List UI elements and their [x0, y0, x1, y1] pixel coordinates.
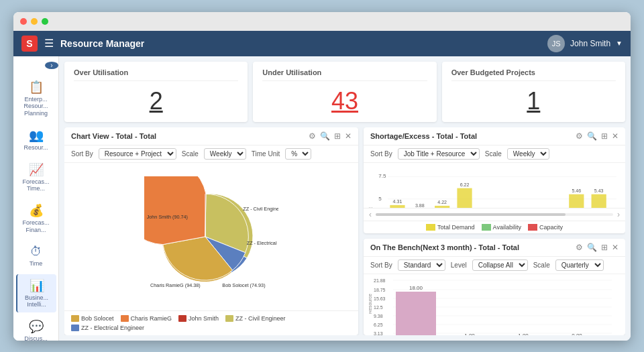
bench-filter-icon[interactable]: ⚙	[576, 243, 583, 252]
legend-color-john	[178, 315, 186, 322]
shortage-controls: Sort By Job Title + Resource Scale Weekl…	[364, 145, 625, 163]
legend-label-bob: Bob Solocet	[81, 315, 114, 322]
legend-color-civil	[225, 315, 233, 322]
svg-text:9.38: 9.38	[374, 314, 383, 318]
bench-panel: On The Bench(Next 3 month) - Total - Tot…	[364, 239, 625, 335]
shortage-bar-chart: 7.5 5 2.5 0 FTE	[369, 166, 620, 208]
svg-text:Charis RamieG (94.38): Charis RamieG (94.38)	[150, 282, 201, 288]
sidebar-item-enterprise[interactable]: 📋 Enterp... Resour... Planning	[16, 76, 56, 121]
shortage-title: Shortage/Excess - Total - Total	[370, 132, 477, 140]
svg-rect-14	[390, 204, 405, 207]
sidebar-item-resource[interactable]: 👥 Resour...	[16, 124, 56, 156]
sidebar-item-forecast-fin[interactable]: 💰 Forecas... Finan...	[16, 199, 56, 238]
sidebar-item-forecast-time[interactable]: 📈 Forecas... Time...	[16, 158, 56, 197]
bench-title: On The Bench(Next 3 month) - Total - Tot…	[370, 243, 519, 251]
sidebar-label-enterprise: Enterp... Resour... Planning	[19, 96, 54, 117]
svg-text:4.31: 4.31	[393, 198, 402, 203]
legend-item-bob: Bob Solocet	[71, 315, 114, 322]
bottom-row: Chart View - Total - Total ⚙ 🔍 ⊞ ✕ Sort …	[64, 127, 625, 335]
legend-item-electrical: ZZ - Electrical Engineer	[71, 325, 144, 331]
svg-text:1.00: 1.00	[518, 333, 529, 335]
scroll-left-icon[interactable]: ‹	[369, 210, 372, 219]
filter-icon[interactable]: ⚙	[309, 131, 316, 141]
svg-text:15.63: 15.63	[374, 296, 386, 301]
sidebar: › 📋 Enterp... Resour... Planning 👥 Resou…	[13, 56, 59, 341]
svg-rect-82	[396, 292, 436, 335]
shortage-legend: Total Demand Availability Capacity	[364, 221, 625, 233]
shortage-close-icon[interactable]: ✕	[612, 131, 619, 141]
legend-item-charis: Charis RamieG	[121, 315, 172, 322]
sidebar-item-time[interactable]: ⏱ Time	[16, 241, 56, 272]
shortage-filter-icon[interactable]: ⚙	[576, 131, 583, 141]
scale-select[interactable]: Weekly	[204, 148, 246, 160]
sidebar-label-forecast-fin: Forecas... Finan...	[19, 219, 54, 234]
search-icon[interactable]: 🔍	[320, 131, 330, 141]
browser-dot-green[interactable]	[42, 18, 48, 25]
shortage-panel: Shortage/Excess - Total - Total ⚙ 🔍 ⊞ ✕ …	[364, 127, 625, 233]
legend-color-avail	[482, 224, 491, 231]
svg-text:FTE: FTE	[369, 207, 373, 208]
stat-over-budget: Over Budgeted Projects 1	[442, 62, 625, 122]
legend-availability: Availability	[482, 224, 521, 231]
expand-icon[interactable]: ⊞	[334, 131, 341, 141]
svg-text:ZZ - Civil Engineer (86.30): ZZ - Civil Engineer (86.30)	[243, 205, 278, 211]
svg-text:6.25: 6.25	[374, 322, 383, 327]
bench-expand-icon[interactable]: ⊞	[601, 243, 608, 252]
shortage-expand-icon[interactable]: ⊞	[601, 131, 608, 141]
legend-capacity: Capacity	[528, 224, 563, 231]
svg-text:ZZ - Electrical Engineer (26.0: ZZ - Electrical Engineer (26.03)	[247, 239, 278, 245]
svg-text:5.43: 5.43	[594, 188, 604, 192]
svg-text:Bob Solocet (74.93): Bob Solocet (74.93)	[222, 282, 265, 288]
scroll-right-icon[interactable]: ›	[617, 210, 620, 219]
user-menu[interactable]: JS John Smith ▼	[547, 35, 623, 52]
right-panels: Shortage/Excess - Total - Total ⚙ 🔍 ⊞ ✕ …	[364, 127, 625, 335]
forecast-time-icon: 📈	[29, 162, 44, 177]
legend-item-john: John Smith	[178, 315, 219, 322]
sort-by-select[interactable]: Resource + Project	[99, 148, 176, 160]
stat-under-utilisation-value[interactable]: 43	[262, 87, 427, 115]
svg-text:Resource: Resource	[369, 294, 372, 314]
chevron-down-icon: ▼	[616, 40, 623, 47]
legend-label-demand: Total Demand	[437, 224, 475, 231]
bi-icon: 📊	[30, 278, 44, 293]
svg-text:3.13: 3.13	[374, 331, 383, 335]
legend-label-capacity: Capacity	[539, 224, 563, 231]
shortage-icons: ⚙ 🔍 ⊞ ✕	[576, 131, 619, 141]
bench-header: On The Bench(Next 3 month) - Total - Tot…	[364, 239, 625, 257]
shortage-header: Shortage/Excess - Total - Total ⚙ 🔍 ⊞ ✕	[364, 127, 625, 145]
bench-search-icon[interactable]: 🔍	[587, 243, 597, 252]
time-unit-select[interactable]: %	[285, 148, 311, 160]
user-name: John Smith	[570, 39, 610, 48]
close-icon[interactable]: ✕	[345, 131, 352, 141]
hamburger-icon[interactable]: ☰	[44, 37, 54, 50]
shortage-search-icon[interactable]: 🔍	[587, 131, 597, 141]
legend-color-capacity	[528, 224, 537, 231]
browser-chrome	[13, 12, 631, 31]
sort-by-label: Sort By	[71, 150, 93, 158]
shortage-scale-select[interactable]: Weekly	[507, 148, 549, 160]
browser-dot-yellow[interactable]	[31, 18, 38, 25]
stat-over-budget-title: Over Budgeted Projects	[451, 68, 616, 81]
stat-over-utilisation-value[interactable]: 2	[74, 87, 238, 115]
stat-under-utilisation-title: Under Utilisation	[262, 68, 427, 81]
time-unit-label: Time Unit	[252, 150, 280, 158]
bench-scale-select[interactable]: Quarterly	[555, 259, 604, 271]
time-icon: ⏱	[30, 245, 42, 259]
shortage-sort-select[interactable]: Job Title + Resource	[398, 148, 480, 160]
stat-over-budget-value[interactable]: 1	[451, 87, 616, 115]
shortage-sort-label: Sort By	[370, 150, 392, 158]
bench-close-icon[interactable]: ✕	[612, 243, 619, 252]
sidebar-toggle-button[interactable]: ›	[45, 62, 58, 69]
bench-level-label: Level	[451, 261, 467, 269]
bench-level-select[interactable]: Collapse All	[472, 259, 528, 271]
sidebar-item-bi[interactable]: 📊 Busine... Intelli...	[16, 274, 56, 313]
legend-color-electrical	[71, 325, 79, 331]
sidebar-label-discuss: Discus... Board	[19, 335, 54, 340]
svg-text:1.00: 1.00	[464, 333, 475, 335]
svg-rect-32	[592, 194, 606, 207]
svg-text:18.00: 18.00	[409, 285, 423, 291]
sidebar-item-discuss[interactable]: 💬 Discus... Board	[16, 315, 56, 340]
bench-sort-select[interactable]: Standard	[398, 259, 445, 271]
browser-dot-red[interactable]	[20, 18, 27, 25]
pie-chart: ZZ - Civil Engineer (86.30) ZZ - Electri…	[144, 176, 278, 297]
